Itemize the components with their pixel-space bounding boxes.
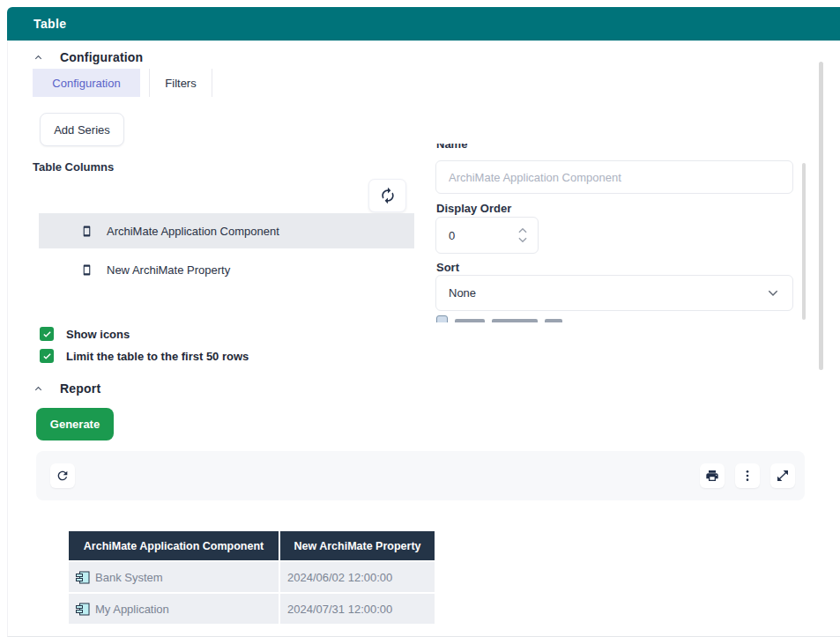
- display-order-label: Display Order: [436, 202, 511, 215]
- add-series-button[interactable]: Add Series: [40, 113, 124, 146]
- expand-button[interactable]: [770, 463, 795, 488]
- column-icon: [81, 226, 93, 237]
- cell-property-value: 2024/06/02 12:00:00: [287, 571, 392, 584]
- limit-rows-label: Limit the table to the first 50 rows: [66, 350, 249, 363]
- refresh-button[interactable]: [50, 463, 75, 488]
- results-header-row: ArchiMate Application Component New Arch…: [69, 531, 435, 560]
- window-title: Table: [33, 17, 67, 31]
- page-scrollbar[interactable]: [819, 62, 823, 370]
- report-toolbar: [36, 451, 805, 500]
- limit-rows-option[interactable]: Limit the table to the first 50 rows: [40, 349, 249, 363]
- refresh-icon: [56, 469, 70, 483]
- clipped-checkbox: [436, 315, 448, 322]
- chevron-up-icon: [33, 52, 44, 63]
- results-table: ArchiMate Application Component New Arch…: [69, 531, 435, 624]
- column-icon: [81, 264, 93, 276]
- cell-property-value: 2024/07/31 12:00:00: [287, 603, 392, 616]
- show-icons-option[interactable]: Show icons: [40, 327, 130, 341]
- cell-component-name: Bank System: [95, 571, 163, 584]
- show-icons-label: Show icons: [66, 328, 130, 341]
- expand-icon: [776, 469, 790, 483]
- column-list-item[interactable]: New ArchiMate Property: [39, 252, 414, 287]
- sort-selected-value: None: [449, 286, 766, 300]
- table-widget-window: Table Configuration Configuration Filter…: [0, 0, 840, 644]
- archimate-component-icon: [76, 603, 90, 616]
- table-row[interactable]: My Application 2024/07/31 12:00:00: [69, 594, 435, 624]
- sync-icon: [379, 187, 397, 204]
- checkbox-checked-icon[interactable]: [40, 349, 54, 363]
- panel-scrollbar[interactable]: [802, 163, 806, 320]
- more-options-button[interactable]: [735, 463, 760, 488]
- sort-label: Sort: [436, 261, 459, 274]
- results-header-property[interactable]: New ArchiMate Property: [280, 531, 435, 560]
- report-section-header[interactable]: Report: [33, 381, 100, 396]
- clipped-form-row: [436, 315, 562, 322]
- display-order-value: 0: [436, 229, 517, 242]
- print-button[interactable]: [700, 463, 725, 488]
- display-order-stepper[interactable]: 0: [435, 217, 539, 254]
- sort-select[interactable]: None: [435, 275, 793, 311]
- table-columns-label: Table Columns: [33, 160, 114, 174]
- configuration-section-title: Configuration: [60, 50, 143, 64]
- column-settings-panel: Name Display Order 0 Sort None: [435, 144, 795, 322]
- name-input[interactable]: [435, 160, 793, 194]
- chevron-up-icon: [33, 383, 44, 395]
- generate-label: Generate: [50, 418, 100, 431]
- results-header-component[interactable]: ArchiMate Application Component: [69, 531, 279, 560]
- checkbox-checked-icon[interactable]: [40, 327, 54, 341]
- sync-columns-button[interactable]: [368, 179, 406, 212]
- column-list-item-label: ArchiMate Application Component: [107, 225, 279, 238]
- chevron-down-icon: [766, 289, 780, 298]
- window-header: Table: [7, 7, 840, 41]
- name-label: Name: [436, 144, 467, 151]
- archimate-component-icon: [76, 571, 90, 584]
- stepper-buttons[interactable]: [517, 226, 538, 244]
- printer-icon: [705, 469, 719, 483]
- column-list-item-label: New ArchiMate Property: [107, 263, 230, 277]
- window-content: Configuration Configuration Filters Add …: [7, 41, 840, 637]
- table-row[interactable]: Bank System 2024/06/02 12:00:00: [69, 562, 435, 592]
- generate-button[interactable]: Generate: [36, 408, 114, 440]
- configuration-section-header[interactable]: Configuration: [33, 50, 143, 64]
- cell-component-name: My Application: [95, 603, 169, 616]
- report-section-title: Report: [60, 381, 100, 396]
- add-series-label: Add Series: [54, 123, 110, 137]
- tab-filters-label: Filters: [165, 77, 196, 90]
- chevron-up-icon[interactable]: [517, 226, 529, 234]
- tab-configuration-label: Configuration: [52, 77, 120, 90]
- chevron-down-icon[interactable]: [517, 236, 529, 244]
- tab-filters[interactable]: Filters: [149, 69, 212, 97]
- column-list-item[interactable]: ArchiMate Application Component: [39, 213, 414, 248]
- tab-configuration[interactable]: Configuration: [33, 69, 140, 97]
- kebab-menu-icon: [740, 469, 755, 483]
